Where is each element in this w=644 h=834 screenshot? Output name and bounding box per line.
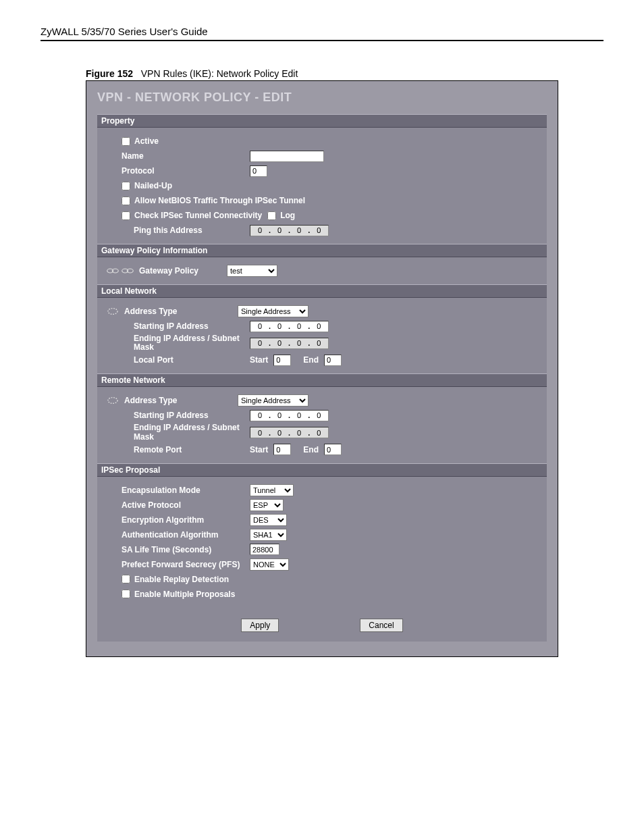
- section-header-gateway: Gateway Policy Information: [97, 244, 547, 257]
- remote-address-type-select[interactable]: Single Address: [238, 394, 308, 407]
- protocol-label: Protocol: [122, 166, 250, 176]
- encryption-select[interactable]: DES: [250, 514, 287, 526]
- name-input[interactable]: [250, 151, 324, 162]
- local-port-label: Local Port: [122, 355, 250, 365]
- remote-end-ip-input[interactable]: . . .: [250, 427, 329, 438]
- netbios-checkbox[interactable]: [122, 197, 130, 205]
- remote-start-ip-1[interactable]: [252, 411, 267, 419]
- remote-start-ip-input[interactable]: . . .: [250, 410, 329, 421]
- ping-ip-oct-2[interactable]: [272, 226, 287, 234]
- remote-port-start-label: Start: [250, 445, 268, 454]
- ping-ip-oct-1[interactable]: [252, 226, 267, 234]
- check-conn-checkbox[interactable]: [122, 211, 130, 220]
- remote-address-type-label: Address Type: [124, 396, 238, 405]
- active-checkbox[interactable]: [122, 137, 130, 146]
- section-body-property: Active Name Protocol Nailed-Up Allow Net…: [97, 128, 547, 244]
- local-address-type-select[interactable]: Single Address: [238, 305, 308, 317]
- active-label: Active: [134, 136, 159, 146]
- local-start-ip-4[interactable]: [311, 322, 326, 330]
- local-start-ip-1[interactable]: [252, 322, 267, 330]
- figure-text: VPN Rules (IKE): Network Policy Edit: [141, 68, 298, 79]
- svg-point-5: [108, 398, 117, 404]
- local-network-icon: [107, 307, 122, 316]
- section-body-ipsec: Encapsulation Mode Tunnel Active Protoco…: [97, 477, 547, 608]
- local-start-ip-input[interactable]: . . .: [250, 321, 329, 332]
- form-panel: Property Active Name Protocol Nailed-Up: [97, 114, 547, 642]
- remote-start-ip-4[interactable]: [311, 411, 326, 419]
- section-header-remote: Remote Network: [97, 373, 547, 387]
- protocol-input[interactable]: [250, 165, 267, 177]
- pfs-select[interactable]: NONE: [250, 558, 289, 571]
- remote-start-ip-3[interactable]: [292, 411, 306, 419]
- remote-port-label: Remote Port: [122, 445, 250, 454]
- section-body-remote: Address Type Single Address Starting IP …: [97, 387, 547, 463]
- screenshot-frame: VPN - NETWORK POLICY - EDIT Property Act…: [86, 80, 558, 657]
- local-port-end-label: End: [303, 355, 319, 365]
- gateway-policy-icon: [107, 266, 136, 276]
- remote-port-end-label: End: [303, 445, 319, 454]
- button-row: Apply Cancel: [97, 608, 547, 632]
- multi-proposals-label: Enable Multiple Proposals: [134, 590, 235, 599]
- apply-button[interactable]: Apply: [241, 619, 279, 632]
- svg-point-4: [108, 309, 117, 315]
- section-body-gateway: Gateway Policy test: [97, 257, 547, 284]
- figure-caption: Figure 152 VPN Rules (IKE): Network Poli…: [86, 68, 603, 79]
- ping-ip-oct-3[interactable]: [292, 226, 306, 234]
- pfs-label: Prefect Forward Secrecy (PFS): [122, 560, 250, 569]
- log-checkbox[interactable]: [267, 211, 276, 220]
- local-port-end-input[interactable]: [324, 355, 342, 366]
- gateway-policy-select[interactable]: test: [227, 265, 277, 277]
- replay-label: Enable Replay Detection: [134, 575, 229, 584]
- local-end-ip-label: Ending IP Address / Subnet Mask: [122, 334, 250, 352]
- local-end-ip-4[interactable]: [311, 339, 326, 347]
- local-end-ip-2[interactable]: [272, 339, 287, 347]
- figure-number: Figure 152: [86, 68, 133, 79]
- remote-end-ip-4[interactable]: [311, 429, 326, 437]
- remote-end-ip-2[interactable]: [272, 429, 287, 437]
- local-start-ip-2[interactable]: [272, 322, 287, 330]
- local-end-ip-input[interactable]: . . .: [250, 338, 329, 349]
- ping-label: Ping this Address: [122, 226, 250, 235]
- netbios-label: Allow NetBIOS Traffic Through IPSec Tunn…: [134, 196, 305, 205]
- active-protocol-select[interactable]: ESP: [250, 499, 284, 511]
- active-protocol-label: Active Protocol: [122, 500, 250, 510]
- local-address-type-label: Address Type: [124, 307, 238, 316]
- local-start-ip-label: Starting IP Address: [122, 321, 250, 331]
- section-header-ipsec: IPSec Proposal: [97, 463, 547, 477]
- remote-start-ip-2[interactable]: [272, 411, 287, 419]
- section-header-local: Local Network: [97, 284, 547, 298]
- cancel-button[interactable]: Cancel: [360, 619, 402, 632]
- screen-title: VPN - NETWORK POLICY - EDIT: [97, 90, 547, 105]
- local-port-start-input[interactable]: [273, 355, 291, 366]
- remote-end-ip-3[interactable]: [292, 429, 306, 437]
- local-end-ip-1[interactable]: [252, 339, 267, 347]
- remote-end-ip-label: Ending IP Address / Subnet Mask: [122, 423, 250, 441]
- page-header: ZyWALL 5/35/70 Series User's Guide: [41, 26, 603, 41]
- check-conn-label: Check IPSec Tunnel Connectivity: [134, 211, 262, 220]
- name-label: Name: [122, 151, 250, 161]
- remote-end-ip-1[interactable]: [252, 429, 267, 437]
- remote-port-start-input[interactable]: [273, 444, 291, 455]
- encap-select[interactable]: Tunnel: [250, 484, 294, 496]
- ping-ip-oct-4[interactable]: [311, 226, 326, 234]
- gateway-policy-label: Gateway Policy: [139, 266, 227, 276]
- remote-port-end-input[interactable]: [324, 444, 342, 455]
- local-start-ip-3[interactable]: [292, 322, 306, 330]
- ping-ip-input[interactable]: . . .: [250, 225, 329, 236]
- sa-life-label: SA Life Time (Seconds): [122, 545, 250, 554]
- remote-network-icon: [107, 396, 122, 405]
- log-label: Log: [280, 211, 295, 220]
- local-port-start-label: Start: [250, 355, 268, 365]
- local-end-ip-3[interactable]: [292, 339, 306, 347]
- section-header-property: Property: [97, 114, 547, 128]
- nailed-up-checkbox[interactable]: [122, 182, 130, 190]
- header-title: ZyWALL 5/35/70 Series User's Guide: [41, 26, 208, 37]
- replay-checkbox[interactable]: [122, 575, 130, 583]
- encryption-label: Encryption Algorithm: [122, 515, 250, 525]
- multi-proposals-checkbox[interactable]: [122, 590, 130, 598]
- auth-select[interactable]: SHA1: [250, 529, 287, 541]
- nailed-up-label: Nailed-Up: [134, 181, 172, 190]
- sa-life-input[interactable]: [250, 544, 279, 555]
- remote-start-ip-label: Starting IP Address: [122, 411, 250, 420]
- encap-label: Encapsulation Mode: [122, 486, 250, 495]
